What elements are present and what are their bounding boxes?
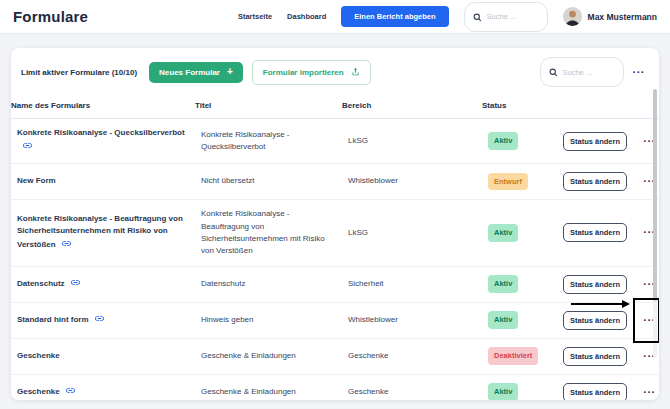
table-body: Konkrete Risikoanalyse - Quecksilberverb… (11, 119, 659, 400)
status-change-button[interactable]: Status ändern (563, 172, 627, 191)
table-search[interactable] (540, 57, 624, 87)
form-name-text: Konkrete Risikoanalyse - Quecksilberverb… (17, 128, 185, 137)
form-area: Geschenke (348, 350, 488, 362)
status-cell: Entwurf (488, 173, 563, 191)
row-menu-glyph: ··· (643, 386, 656, 398)
plus-icon: + (227, 69, 233, 75)
form-title: Hinweis geben (201, 314, 348, 326)
new-form-button[interactable]: Neues Formular + (149, 62, 243, 83)
form-name-cell: New Form (17, 175, 201, 187)
table-row: Standard hint form Hinweis geben Whistle… (11, 303, 659, 339)
import-form-button[interactable]: Formular importieren (252, 60, 371, 85)
status-badge: Aktiv (488, 383, 518, 400)
form-name-text: Datenschutz (17, 279, 65, 288)
status-change-button[interactable]: Status ändern (563, 347, 627, 366)
topbar: Formulare Startseite Dashboard Einen Ber… (0, 0, 670, 34)
form-name-cell: Konkrete Risikoanalyse - Beauftragung vo… (17, 213, 201, 253)
table-row: Geschenke Geschenke & Einladungen Gesche… (11, 375, 659, 400)
form-name-cell: Standard hint form (17, 313, 201, 328)
column-header-status: Status (482, 100, 557, 112)
status-badge: Aktiv (488, 311, 518, 329)
status-badge: Deaktiviert (488, 347, 538, 365)
vertical-scrollbar-track[interactable] (653, 89, 657, 358)
form-name-cell: Konkrete Risikoanalyse - Quecksilberverb… (17, 127, 201, 155)
global-search[interactable] (464, 2, 548, 32)
column-header-bereich: Bereich (342, 100, 482, 112)
form-name-cell: Geschenke (17, 350, 201, 362)
vertical-scrollbar-thumb[interactable] (653, 89, 657, 301)
form-area: LkSG (348, 227, 488, 239)
status-cell: Aktiv (488, 224, 563, 242)
table-search-input[interactable] (563, 68, 615, 77)
search-icon (549, 63, 558, 81)
table-row: Konkrete Risikoanalyse - Quecksilberverb… (11, 119, 659, 164)
link-icon[interactable] (65, 385, 76, 400)
form-name-text: Geschenke (17, 387, 60, 396)
form-area: Whistleblower (348, 175, 488, 187)
form-name-text: New Form (17, 176, 56, 185)
table-row: Geschenke Geschenke & Einladungen Gesche… (11, 339, 659, 375)
form-title: Datenschutz (201, 278, 348, 290)
table-row: Datenschutz Datenschutz Sicherheit Aktiv… (11, 267, 659, 303)
status-badge: Aktiv (488, 132, 518, 150)
avatar (563, 7, 582, 26)
column-header-titel: Titel (195, 100, 342, 112)
form-name-text: Standard hint form (17, 315, 89, 324)
form-area: Geschenke (348, 386, 488, 398)
status-cell: Aktiv (488, 132, 563, 150)
status-badge: Entwurf (488, 173, 528, 191)
status-cell: Aktiv (488, 311, 563, 329)
link-icon[interactable] (70, 277, 81, 292)
column-header-name: Name des Formulars (11, 100, 195, 112)
status-change-button[interactable]: Status ändern (563, 132, 627, 151)
status-change-button[interactable]: Status ändern (563, 311, 627, 330)
table-row: New Form Nicht übersetzt Whistleblower E… (11, 164, 659, 200)
global-search-input[interactable] (487, 12, 539, 21)
status-badge: Aktiv (488, 224, 518, 242)
status-cell: Deaktiviert (488, 347, 563, 365)
status-change-button[interactable]: Status ändern (563, 223, 627, 242)
form-name-cell: Datenschutz (17, 277, 201, 292)
card-toolbar: Limit aktiver Formulare (10/10) Neues Fo… (11, 48, 659, 96)
new-form-button-label: Neues Formular (159, 68, 220, 77)
form-area: Sicherheit (348, 278, 488, 290)
form-title: Geschenke & Einladungen (201, 350, 348, 362)
form-area: Whistleblower (348, 314, 488, 326)
link-icon[interactable] (22, 140, 33, 155)
form-area: LkSG (348, 135, 488, 147)
table-options-ellipsis-icon[interactable]: ··· (633, 67, 646, 78)
user-name: Max Mustermann (588, 12, 657, 22)
link-icon[interactable] (94, 313, 105, 328)
nav-item-startseite[interactable]: Startseite (238, 12, 272, 21)
status-cell: Aktiv (488, 275, 563, 293)
top-navigation: Startseite Dashboard Einen Bericht abgeb… (238, 2, 657, 32)
import-form-button-label: Formular importieren (263, 68, 344, 77)
link-icon[interactable] (61, 238, 72, 253)
status-cell: Aktiv (488, 383, 563, 400)
form-name-text: Konkrete Risikoanalyse - Beauftragung vo… (17, 214, 183, 249)
upload-icon (351, 67, 360, 78)
search-icon (473, 8, 482, 26)
status-change-button[interactable]: Status ändern (563, 275, 627, 294)
annotation-arrow (571, 303, 623, 305)
submit-report-button[interactable]: Einen Bericht abgeben (341, 6, 448, 27)
status-badge: Aktiv (488, 275, 518, 293)
nav-item-dashboard[interactable]: Dashboard (287, 12, 326, 21)
status-change-button[interactable]: Status ändern (563, 383, 627, 400)
page-title: Formulare (13, 8, 88, 25)
active-forms-limit-label: Limit aktiver Formulare (10/10) (21, 68, 137, 77)
form-name-text: Geschenke (17, 351, 60, 360)
form-title: Konkrete Risikoanalyse - Quecksilberverb… (201, 129, 348, 154)
form-title: Konkrete Risikoanalyse - Beauftragung vo… (201, 208, 348, 258)
form-name-cell: Geschenke (17, 385, 201, 400)
table-row: Konkrete Risikoanalyse - Beauftragung vo… (11, 200, 659, 267)
form-title: Geschenke & Einladungen (201, 386, 348, 398)
form-title: Nicht übersetzt (201, 175, 348, 187)
table-header-row: Name des Formulars Titel Bereich Status (11, 96, 659, 119)
row-menu-ellipsis-icon[interactable]: ··· (640, 387, 659, 398)
forms-card: Limit aktiver Formulare (10/10) Neues Fo… (11, 48, 659, 400)
user-menu[interactable]: Max Mustermann (563, 7, 657, 26)
